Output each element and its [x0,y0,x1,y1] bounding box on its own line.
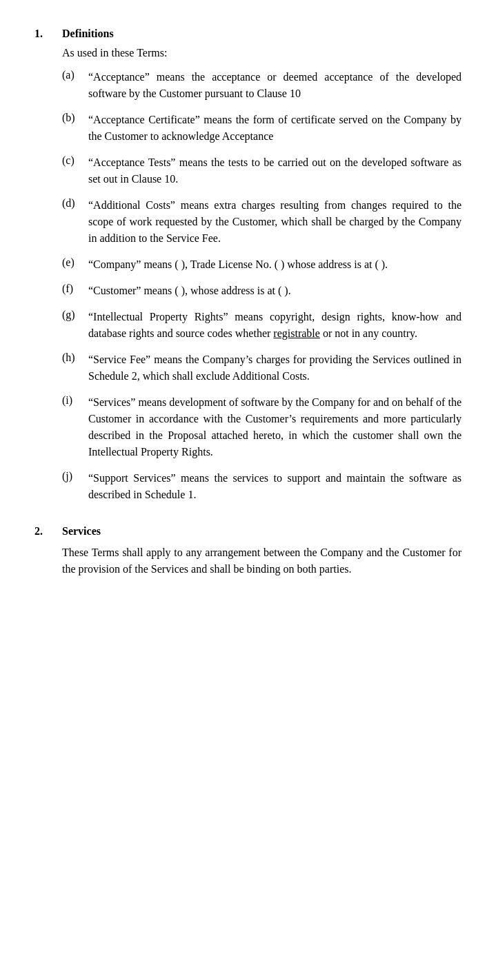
def-text-j: “Support Services” means the services to… [88,470,462,503]
def-text-b: “Acceptance Certificate” means the form … [88,112,462,145]
def-label-b: (b) [62,112,88,145]
def-label-c: (c) [62,154,88,187]
definition-item-b: (b) “Acceptance Certificate” means the f… [62,112,462,145]
def-label-h: (h) [62,351,88,385]
def-text-h: “Service Fee” means the Company’s charge… [88,351,462,385]
section-2-title: Services [62,525,462,538]
section-2-content: Services These Terms shall apply to any … [62,525,462,578]
def-label-e: (e) [62,256,88,273]
section-2-number: 2. [34,525,62,578]
section-1-content: Definitions As used in these Terms: (a) … [62,28,462,513]
definition-item-a: (a) “Acceptance” means the acceptance or… [62,69,462,102]
def-label-g: (g) [62,309,88,342]
definition-item-d: (d) “Additional Costs” means extra charg… [62,197,462,247]
def-label-a: (a) [62,69,88,102]
definition-item-j: (j) “Support Services” means the service… [62,470,462,503]
def-text-i: “Services” means development of software… [88,394,462,460]
section-2: 2. Services These Terms shall apply to a… [34,525,462,578]
def-text-f: “Customer” means ( ), whose address is a… [88,283,462,299]
def-text-a: “Acceptance” means the acceptance or dee… [88,69,462,102]
def-text-c: “Acceptance Tests” means the tests to be… [88,154,462,187]
definition-item-h: (h) “Service Fee” means the Company’s ch… [62,351,462,385]
section-1-intro: As used in these Terms: [62,47,462,59]
definition-list: (a) “Acceptance” means the acceptance or… [62,69,462,503]
definition-item-f: (f) “Customer” means ( ), whose address … [62,283,462,299]
section-1-title: Definitions [62,28,462,40]
def-text-e: “Company” means ( ), Trade License No. (… [88,256,462,273]
registrable-word: registrable [273,327,320,339]
definition-item-i: (i) “Services” means development of soft… [62,394,462,460]
section-1-number: 1. [34,28,62,513]
def-label-j: (j) [62,470,88,503]
def-text-d: “Additional Costs” means extra charges r… [88,197,462,247]
definition-item-g: (g) “Intellectual Property Rights” means… [62,309,462,342]
def-label-f: (f) [62,283,88,299]
def-label-i: (i) [62,394,88,460]
definition-item-e: (e) “Company” means ( ), Trade License N… [62,256,462,273]
def-text-g: “Intellectual Property Rights” means cop… [88,309,462,342]
section-1: 1. Definitions As used in these Terms: (… [34,28,462,513]
definition-item-c: (c) “Acceptance Tests” means the tests t… [62,154,462,187]
section-2-body: These Terms shall apply to any arrangeme… [62,544,462,578]
def-label-d: (d) [62,197,88,247]
